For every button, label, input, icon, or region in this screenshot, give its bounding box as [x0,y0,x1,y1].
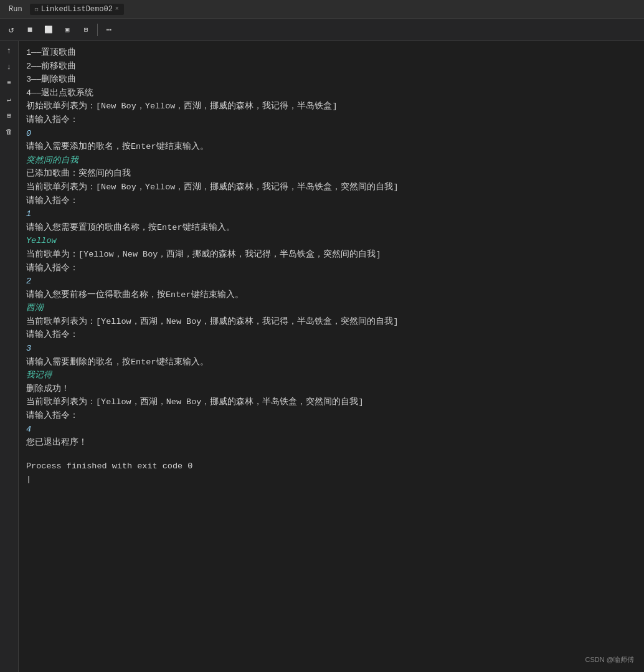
console-line: 请输入指令： [26,262,637,275]
wrap-button[interactable]: ↵ [2,92,16,106]
clear-button[interactable]: 🗑 [2,125,16,138]
console-line: 2——前移歌曲 [26,60,637,73]
more-button[interactable]: ⋯ [100,21,118,39]
console-line: 当前歌单列表为：[Yellow，西湖，New Boy，挪威的森林，我记得，半岛铁… [26,315,637,329]
toolbar: Run ◻ LinkedListDemo02 × [0,0,644,19]
console-line: 当前歌单为：[Yellow，New Boy，西湖，挪威的森林，我记得，半岛铁盒，… [26,248,637,262]
console-line: 当前歌单列表为：[Yellow，西湖，New Boy，挪威的森林，半岛铁盒，突然… [26,395,637,409]
scroll-down-button[interactable]: ↓ [2,60,16,73]
console-line: 0 [26,127,637,141]
console-line: 您已退出程序！ [26,436,637,450]
console-line: 请输入您要前移一位得歌曲名称，按Enter键结束输入。 [26,288,637,302]
console-line: 3——删除歌曲 [26,73,637,87]
console-line: 请输入指令： [26,328,637,342]
console-line: 请输入指令： [26,113,637,127]
console-line: 请输入需要删除的歌名，按Enter键结束输入。 [26,356,637,369]
screenshot-button[interactable]: ⬜ [40,21,57,39]
console-line: 突然间的自我 [26,154,637,168]
run-label[interactable]: Run [5,4,26,15]
console-line: 1 [26,207,637,221]
console-line: Yellow [26,234,637,248]
active-tab[interactable]: ◻ LinkedListDemo02 × [30,4,124,15]
unknown2-button[interactable]: ⊟ [77,21,95,39]
console-line: 1——置顶歌曲 [26,46,637,60]
watermark: CSDN @喻师傅 [585,655,634,665]
console-line: 请输入您需要置顶的歌曲名称，按Enter键结束输入。 [26,221,637,235]
console-line: 3 [26,342,637,356]
tab-icon: ◻ [35,6,39,13]
console-line: 当前歌单列表为：[New Boy，Yellow，西湖，挪威的森林，我记得，半岛铁… [26,181,637,194]
console-line: 初始歌单列表为：[New Boy，Yellow，西湖，挪威的森林，我记得，半岛铁… [26,100,637,113]
console-output: 1——置顶歌曲2——前移歌曲3——删除歌曲4——退出点歌系统初始歌单列表为：[N… [19,41,644,672]
console-line: 西湖 [26,301,637,315]
left-gutter: ↑ ↓ ≡ ↵ ⊞ 🗑 [0,41,19,672]
unknown1-button[interactable]: ▣ [59,21,76,39]
console-line: Process finished with exit code 0 [26,460,637,473]
console-line: 请输入需要添加的歌名，按Enter键结束输入。 [26,140,637,154]
print-button[interactable]: ⊞ [2,108,16,122]
console-line: 请输入指令： [26,409,637,423]
tab-name: LinkedListDemo02 [41,5,113,14]
console-line: 我记得 [26,369,637,382]
filter-button[interactable]: ≡ [2,76,16,90]
console-line: 4——退出点歌系统 [26,87,637,100]
console-line: 已添加歌曲：突然间的自我 [26,167,637,181]
console-line: 4 [26,423,637,437]
tab-close-icon[interactable]: × [115,6,119,12]
console-line: | [26,473,637,486]
console-line: 请输入指令： [26,194,637,208]
action-bar: ↺ ■ ⬜ ▣ ⊟ ⋯ [0,19,644,41]
main-container: ↑ ↓ ≡ ↵ ⊞ 🗑 1——置顶歌曲2——前移歌曲3——删除歌曲4——退出点歌… [0,41,644,672]
scroll-up-button[interactable]: ↑ [2,44,16,57]
rerun-button[interactable]: ↺ [2,21,20,39]
console-line: 删除成功！ [26,382,637,396]
stop-button[interactable]: ■ [21,21,39,39]
console-line: 2 [26,275,637,288]
action-separator [97,24,98,36]
